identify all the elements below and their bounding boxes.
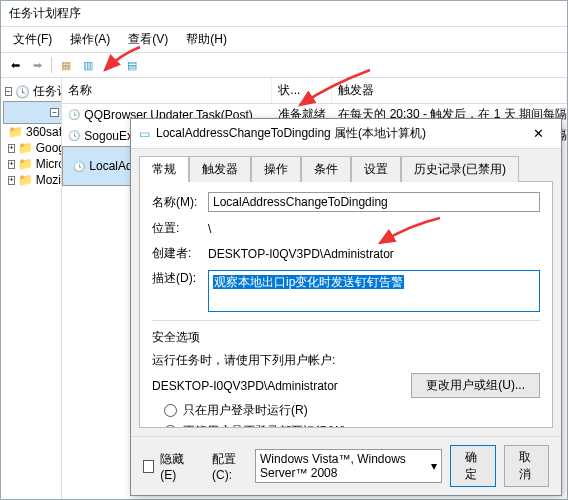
tree-panel: −🕓任务计划程序 (本地) −📁任务计划程序库 📁360safe +📁Googl…: [1, 78, 62, 499]
forward-button[interactable]: ➡: [27, 56, 47, 74]
help-icon[interactable]: ?: [100, 56, 120, 74]
tab-actions[interactable]: 操作: [251, 156, 301, 182]
tab-conditions[interactable]: 条件: [301, 156, 351, 182]
chevron-down-icon: ▾: [431, 459, 437, 473]
location-value: \: [208, 222, 540, 236]
tab-settings[interactable]: 设置: [351, 156, 401, 182]
radio-logged-on[interactable]: 只在用户登录时运行(R): [164, 402, 540, 419]
hidden-label: 隐藏(E): [160, 451, 194, 482]
run-as-label: 运行任务时，请使用下列用户帐户:: [152, 352, 540, 369]
security-heading: 安全选项: [152, 329, 540, 346]
tree-item[interactable]: 📁360safe: [3, 124, 59, 140]
creator-value: DESKTOP-I0QV3PD\Administrator: [208, 247, 540, 261]
folder-icon: 📁: [8, 125, 23, 139]
tool3-icon[interactable]: ▤: [122, 56, 142, 74]
cancel-button[interactable]: 取消: [504, 445, 550, 487]
tab-general[interactable]: 常规: [139, 156, 189, 182]
tree-library[interactable]: −📁任务计划程序库: [3, 101, 62, 124]
ok-button[interactable]: 确定: [450, 445, 496, 487]
tool1-icon[interactable]: ▦: [56, 56, 76, 74]
col-status[interactable]: 状...: [272, 78, 332, 103]
expand-icon[interactable]: +: [8, 176, 15, 185]
tab-triggers[interactable]: 触发器: [189, 156, 251, 182]
radio-icon: [164, 404, 177, 417]
menu-action[interactable]: 操作(A): [62, 29, 118, 50]
expand-icon[interactable]: +: [8, 144, 15, 153]
tool2-icon[interactable]: ▥: [78, 56, 98, 74]
desc-input[interactable]: 观察本地出口ip变化时发送钉钉告警: [208, 270, 540, 312]
tab-panel-general: 名称(M):LocalAddressChangeToDingding 位置:\ …: [139, 181, 553, 428]
menu-view[interactable]: 查看(V): [120, 29, 176, 50]
name-label: 名称(M):: [152, 194, 200, 211]
task-icon: 🕓: [68, 109, 80, 120]
collapse-icon[interactable]: −: [5, 87, 12, 96]
toolbar: ⬅ ➡ ▦ ▥ ? ▤: [1, 53, 567, 78]
change-user-button[interactable]: 更改用户或组(U)...: [411, 373, 540, 398]
folder-icon: 📁: [18, 157, 33, 171]
tree-root[interactable]: −🕓任务计划程序 (本地): [3, 82, 59, 101]
name-input[interactable]: LocalAddressChangeToDingding: [208, 192, 540, 212]
config-label: 配置(C):: [212, 451, 249, 482]
list-header: 名称 状... 触发器: [62, 78, 567, 104]
location-label: 位置:: [152, 220, 200, 237]
expand-icon[interactable]: +: [8, 160, 15, 169]
run-as-value: DESKTOP-I0QV3PD\Administrator: [152, 379, 403, 393]
creator-label: 创建者:: [152, 245, 200, 262]
col-name[interactable]: 名称: [62, 78, 272, 103]
menu-file[interactable]: 文件(F): [5, 29, 60, 50]
task-icon: 🕓: [68, 130, 80, 141]
menubar: 文件(F) 操作(A) 查看(V) 帮助(H): [1, 27, 567, 53]
dialog-title: LocalAddressChangeToDingding 属性(本地计算机): [156, 125, 426, 142]
radio-icon: [164, 425, 177, 428]
tree-item[interactable]: +📁Microsoft: [3, 156, 59, 172]
col-trigger[interactable]: 触发器: [332, 78, 567, 103]
tree-item[interactable]: +📁GoogleUser: [3, 140, 59, 156]
folder-icon: 📁: [18, 173, 33, 187]
properties-dialog: ▭LocalAddressChangeToDingding 属性(本地计算机) …: [130, 118, 562, 496]
folder-icon: 📁: [18, 141, 33, 155]
desc-label: 描述(D):: [152, 270, 200, 287]
config-select[interactable]: Windows Vista™, Windows Server™ 2008▾: [255, 449, 442, 483]
close-button[interactable]: ✕: [523, 126, 553, 141]
window-title: 任务计划程序: [9, 6, 81, 20]
task-icon: 🕓: [73, 161, 85, 172]
folder-icon: 🕓: [15, 85, 30, 99]
tab-strip: 常规 触发器 操作 条件 设置 历史记录(已禁用): [131, 149, 561, 181]
menu-help[interactable]: 帮助(H): [178, 29, 235, 50]
tab-history[interactable]: 历史记录(已禁用): [401, 156, 519, 182]
collapse-icon[interactable]: −: [50, 108, 59, 117]
back-button[interactable]: ⬅: [5, 56, 25, 74]
dialog-icon: ▭: [139, 127, 150, 141]
hidden-checkbox[interactable]: [143, 460, 154, 473]
tree-item[interactable]: +📁Mozilla: [3, 172, 59, 188]
radio-always[interactable]: 不管用户是否登录都要运行(W): [164, 423, 540, 428]
